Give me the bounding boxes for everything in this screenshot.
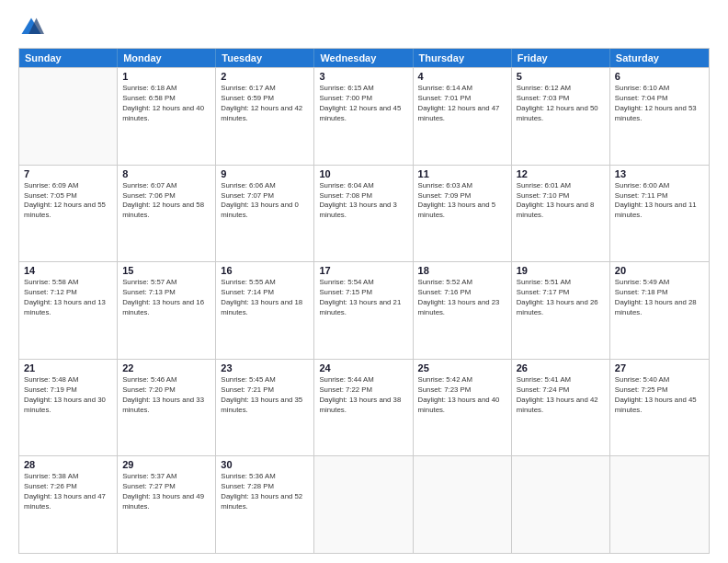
day-cell-16: 16Sunrise: 5:55 AMSunset: 7:14 PMDayligh…: [216, 262, 314, 359]
day-number: 16: [221, 265, 309, 276]
day-cell-6: 6Sunrise: 6:10 AMSunset: 7:04 PMDaylight…: [610, 68, 709, 165]
day-cell-3: 3Sunrise: 6:15 AMSunset: 7:00 PMDaylight…: [314, 68, 413, 165]
day-number: 29: [122, 459, 210, 470]
day-info: Sunrise: 5:54 AMSunset: 7:15 PMDaylight:…: [319, 278, 407, 318]
day-info: Sunrise: 5:42 AMSunset: 7:23 PMDaylight:…: [418, 375, 506, 416]
day-cell-10: 10Sunrise: 6:04 AMSunset: 7:08 PMDayligh…: [314, 166, 413, 262]
day-number: 5: [517, 71, 605, 82]
day-info: Sunrise: 5:36 AMSunset: 7:28 PMDaylight:…: [221, 472, 309, 512]
day-number: 13: [615, 168, 704, 179]
day-cell-13: 13Sunrise: 6:00 AMSunset: 7:11 PMDayligh…: [610, 166, 709, 262]
calendar-body: 1Sunrise: 6:18 AMSunset: 6:58 PMDaylight…: [19, 67, 709, 553]
empty-cell: [512, 456, 610, 553]
day-number: 11: [418, 168, 506, 179]
day-cell-25: 25Sunrise: 5:42 AMSunset: 7:23 PMDayligh…: [414, 360, 512, 456]
day-info: Sunrise: 6:10 AMSunset: 7:04 PMDaylight:…: [615, 84, 704, 124]
day-cell-30: 30Sunrise: 5:36 AMSunset: 7:28 PMDayligh…: [216, 456, 314, 553]
day-cell-17: 17Sunrise: 5:54 AMSunset: 7:15 PMDayligh…: [314, 262, 413, 359]
header: [18, 15, 710, 40]
day-number: 12: [517, 168, 605, 179]
day-cell-7: 7Sunrise: 6:09 AMSunset: 7:05 PMDaylight…: [19, 166, 118, 262]
header-day-saturday: Saturday: [610, 49, 709, 67]
day-number: 8: [122, 168, 210, 179]
day-number: 6: [615, 71, 704, 82]
day-cell-18: 18Sunrise: 5:52 AMSunset: 7:16 PMDayligh…: [414, 262, 512, 359]
day-number: 23: [221, 362, 309, 373]
day-cell-28: 28Sunrise: 5:38 AMSunset: 7:26 PMDayligh…: [19, 456, 118, 553]
day-info: Sunrise: 6:17 AMSunset: 6:59 PMDaylight:…: [221, 84, 309, 124]
day-info: Sunrise: 6:04 AMSunset: 7:08 PMDaylight:…: [319, 181, 407, 222]
day-info: Sunrise: 5:44 AMSunset: 7:22 PMDaylight:…: [319, 375, 407, 416]
week-row-3: 14Sunrise: 5:58 AMSunset: 7:12 PMDayligh…: [19, 261, 709, 359]
day-number: 3: [319, 71, 407, 82]
logo: [18, 15, 48, 40]
empty-cell: [19, 68, 118, 165]
day-info: Sunrise: 5:41 AMSunset: 7:24 PMDaylight:…: [517, 375, 605, 416]
day-cell-19: 19Sunrise: 5:51 AMSunset: 7:17 PMDayligh…: [512, 262, 610, 359]
page: SundayMondayTuesdayWednesdayThursdayFrid…: [0, 0, 728, 563]
day-info: Sunrise: 6:03 AMSunset: 7:09 PMDaylight:…: [418, 181, 506, 222]
empty-cell: [414, 456, 512, 553]
day-cell-11: 11Sunrise: 6:03 AMSunset: 7:09 PMDayligh…: [414, 166, 512, 262]
day-number: 20: [615, 265, 704, 276]
day-info: Sunrise: 6:01 AMSunset: 7:10 PMDaylight:…: [517, 181, 605, 222]
day-number: 1: [122, 71, 210, 82]
day-info: Sunrise: 5:45 AMSunset: 7:21 PMDaylight:…: [221, 375, 309, 416]
header-day-monday: Monday: [118, 49, 216, 67]
day-info: Sunrise: 6:14 AMSunset: 7:01 PMDaylight:…: [418, 84, 506, 124]
week-row-2: 7Sunrise: 6:09 AMSunset: 7:05 PMDaylight…: [19, 165, 709, 262]
day-number: 25: [418, 362, 506, 373]
day-info: Sunrise: 6:15 AMSunset: 7:00 PMDaylight:…: [319, 84, 407, 124]
day-number: 18: [418, 265, 506, 276]
day-number: 24: [319, 362, 407, 373]
day-cell-27: 27Sunrise: 5:40 AMSunset: 7:25 PMDayligh…: [610, 360, 709, 456]
day-cell-21: 21Sunrise: 5:48 AMSunset: 7:19 PMDayligh…: [19, 360, 118, 456]
day-number: 17: [319, 265, 407, 276]
day-info: Sunrise: 5:46 AMSunset: 7:20 PMDaylight:…: [122, 375, 210, 416]
day-number: 21: [24, 362, 112, 373]
day-number: 26: [517, 362, 605, 373]
header-day-tuesday: Tuesday: [216, 49, 314, 67]
header-day-wednesday: Wednesday: [314, 49, 413, 67]
empty-cell: [610, 456, 709, 553]
day-number: 10: [319, 168, 407, 179]
day-cell-22: 22Sunrise: 5:46 AMSunset: 7:20 PMDayligh…: [118, 360, 216, 456]
day-info: Sunrise: 5:40 AMSunset: 7:25 PMDaylight:…: [615, 375, 704, 416]
day-number: 4: [418, 71, 506, 82]
day-number: 30: [221, 459, 309, 470]
day-cell-14: 14Sunrise: 5:58 AMSunset: 7:12 PMDayligh…: [19, 262, 118, 359]
day-cell-24: 24Sunrise: 5:44 AMSunset: 7:22 PMDayligh…: [314, 360, 413, 456]
week-row-4: 21Sunrise: 5:48 AMSunset: 7:19 PMDayligh…: [19, 359, 709, 456]
logo-icon: [18, 15, 44, 40]
day-cell-8: 8Sunrise: 6:07 AMSunset: 7:06 PMDaylight…: [118, 166, 216, 262]
day-cell-23: 23Sunrise: 5:45 AMSunset: 7:21 PMDayligh…: [216, 360, 314, 456]
day-number: 27: [615, 362, 704, 373]
day-info: Sunrise: 5:37 AMSunset: 7:27 PMDaylight:…: [122, 472, 210, 512]
day-cell-5: 5Sunrise: 6:12 AMSunset: 7:03 PMDaylight…: [512, 68, 610, 165]
day-cell-20: 20Sunrise: 5:49 AMSunset: 7:18 PMDayligh…: [610, 262, 709, 359]
day-cell-4: 4Sunrise: 6:14 AMSunset: 7:01 PMDaylight…: [414, 68, 512, 165]
header-day-sunday: Sunday: [19, 49, 118, 67]
calendar: SundayMondayTuesdayWednesdayThursdayFrid…: [18, 48, 710, 554]
day-cell-15: 15Sunrise: 5:57 AMSunset: 7:13 PMDayligh…: [118, 262, 216, 359]
day-number: 2: [221, 71, 309, 82]
day-info: Sunrise: 5:38 AMSunset: 7:26 PMDaylight:…: [24, 472, 112, 512]
day-cell-12: 12Sunrise: 6:01 AMSunset: 7:10 PMDayligh…: [512, 166, 610, 262]
day-info: Sunrise: 6:06 AMSunset: 7:07 PMDaylight:…: [221, 181, 309, 222]
header-day-thursday: Thursday: [414, 49, 512, 67]
header-day-friday: Friday: [512, 49, 610, 67]
day-info: Sunrise: 5:48 AMSunset: 7:19 PMDaylight:…: [24, 375, 112, 416]
day-number: 15: [122, 265, 210, 276]
day-info: Sunrise: 6:18 AMSunset: 6:58 PMDaylight:…: [122, 84, 210, 124]
day-info: Sunrise: 5:57 AMSunset: 7:13 PMDaylight:…: [122, 278, 210, 318]
day-info: Sunrise: 6:09 AMSunset: 7:05 PMDaylight:…: [24, 181, 112, 222]
empty-cell: [314, 456, 413, 553]
day-info: Sunrise: 6:00 AMSunset: 7:11 PMDaylight:…: [615, 181, 704, 222]
day-number: 7: [24, 168, 112, 179]
calendar-header: SundayMondayTuesdayWednesdayThursdayFrid…: [19, 49, 709, 67]
week-row-5: 28Sunrise: 5:38 AMSunset: 7:26 PMDayligh…: [19, 455, 709, 553]
day-cell-26: 26Sunrise: 5:41 AMSunset: 7:24 PMDayligh…: [512, 360, 610, 456]
day-info: Sunrise: 5:51 AMSunset: 7:17 PMDaylight:…: [517, 278, 605, 318]
day-info: Sunrise: 6:12 AMSunset: 7:03 PMDaylight:…: [517, 84, 605, 124]
day-number: 19: [517, 265, 605, 276]
